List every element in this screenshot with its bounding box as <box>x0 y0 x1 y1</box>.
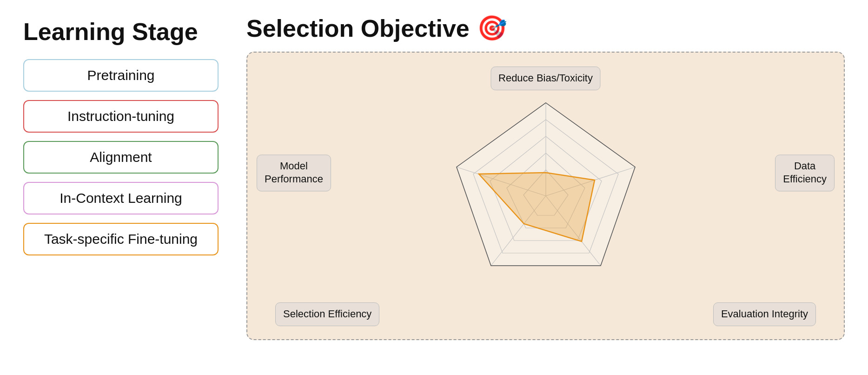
stage-instruction-tuning: Instruction-tuning <box>23 100 219 133</box>
label-selection-efficiency: Selection Efficiency <box>275 302 379 326</box>
radar-container: Reduce Bias/Toxicity DataEfficiency Eval… <box>246 52 845 340</box>
main-container: Learning Stage Pretraining Instruction-t… <box>0 0 868 375</box>
stage-incontext-learning: In-Context Learning <box>23 182 219 214</box>
stage-alignment: Alignment <box>23 141 219 174</box>
target-icon: 🎯 <box>477 14 507 42</box>
label-evaluation-integrity: Evaluation Integrity <box>713 302 816 326</box>
stage-task-specific: Task-specific Fine-tuning <box>23 223 219 255</box>
left-title: Learning Stage <box>23 19 219 45</box>
label-reduce-bias: Reduce Bias/Toxicity <box>490 67 601 90</box>
right-panel: Selection Objective 🎯 Reduce Bias/Toxici… <box>246 14 845 340</box>
label-data-efficiency: DataEfficiency <box>775 154 835 191</box>
left-panel: Learning Stage Pretraining Instruction-t… <box>23 14 219 264</box>
right-title: Selection Objective 🎯 <box>246 14 845 42</box>
label-model-performance: ModelPerformance <box>257 154 331 191</box>
radar-chart <box>425 84 667 308</box>
stage-pretraining: Pretraining <box>23 59 219 92</box>
